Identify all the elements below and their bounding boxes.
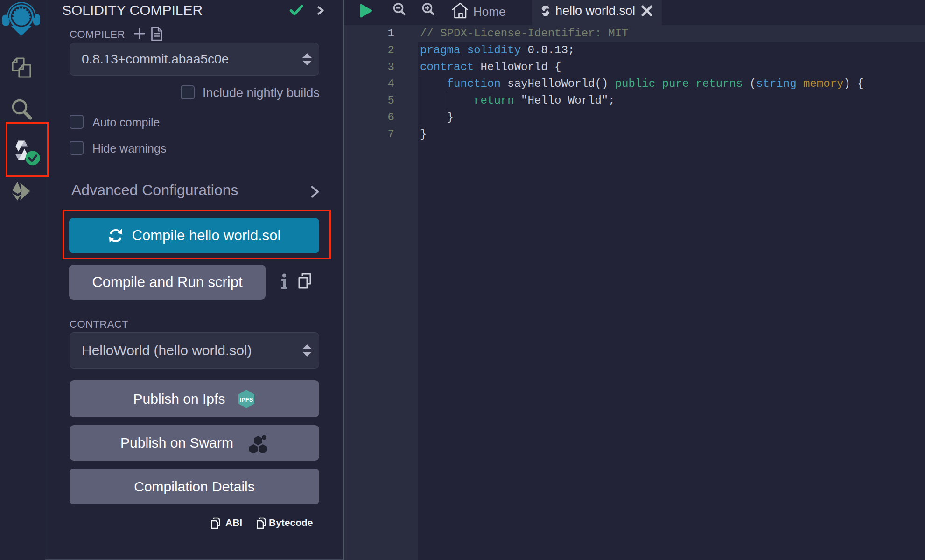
svg-text:IPFS: IPFS bbox=[240, 396, 253, 403]
